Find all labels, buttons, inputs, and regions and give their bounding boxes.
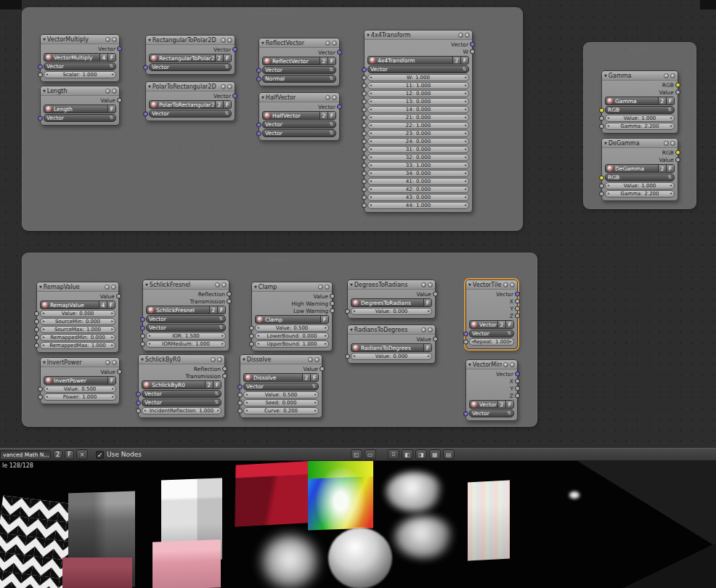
slider-right-arrow-icon[interactable]: ▸: [112, 73, 114, 77]
users-count-button[interactable]: 2: [658, 97, 666, 105]
input-slider[interactable]: ◂Value:0.500▸: [44, 385, 116, 393]
input-socket-value[interactable]: [237, 401, 243, 406]
nodegroup-selector[interactable]: RadiansToDegreesF: [351, 343, 432, 352]
fake-user-button[interactable]: F: [328, 57, 335, 65]
output-socket-value[interactable]: [227, 292, 232, 297]
use-nodes-checkbox[interactable]: ✓ Use Nodes: [96, 451, 142, 459]
nodegroup-selector[interactable]: DeGamma2F: [605, 164, 675, 173]
node-length[interactable]: ▼LengthValueLengthFVector⇅: [40, 86, 120, 126]
output-socket-value[interactable]: [515, 306, 520, 311]
node-header[interactable]: ▼InvertPower: [41, 358, 119, 367]
node-degamma[interactable]: ▼DeGammaRGBValueDeGamma2FRGB⇅◂Value:1.00…: [601, 138, 678, 201]
material-preview-icon[interactable]: [503, 362, 508, 367]
input-slider[interactable]: ◂32:0.000▸: [367, 154, 469, 161]
node-options-icon[interactable]: [332, 95, 337, 100]
input-socket-vector[interactable]: [463, 331, 468, 336]
slider-right-arrow-icon[interactable]: ▸: [465, 187, 467, 192]
node-header[interactable]: ▼DeGamma: [602, 139, 678, 148]
users-count-button[interactable]: 2: [215, 101, 223, 108]
fake-user-button[interactable]: F: [107, 377, 115, 384]
output-socket-vector[interactable]: [337, 105, 342, 110]
slider-right-arrow-icon[interactable]: ▸: [314, 393, 317, 397]
material-preview-icon[interactable]: [318, 285, 323, 290]
input-slider[interactable]: ◂Value:0.500▸: [243, 391, 319, 399]
input-menu[interactable]: Vector⇅: [262, 121, 336, 128]
input-socket-value[interactable]: [599, 116, 604, 121]
collapse-icon[interactable]: ▼: [39, 285, 42, 289]
slider-right-arrow-icon[interactable]: ▸: [465, 83, 467, 88]
output-socket-value[interactable]: [320, 367, 325, 372]
node-vectortile[interactable]: ▼VectorTileVectorXYZVector2FVector⇅◂Repe…: [465, 279, 518, 349]
input-slider[interactable]: ◂Value:1.000▸: [605, 115, 675, 122]
input-socket-value[interactable]: [140, 342, 145, 347]
fake-user-button[interactable]: F: [328, 112, 335, 119]
selector-name[interactable]: RadiansToDegrees: [361, 345, 423, 351]
node-header[interactable]: ▼VectorMirror: [466, 360, 517, 369]
selector-name[interactable]: Length: [54, 106, 107, 113]
input-socket-value[interactable]: [599, 124, 604, 129]
node-header[interactable]: ▼RemapValue: [37, 282, 118, 292]
input-socket-value[interactable]: [34, 327, 39, 332]
input-socket-vector[interactable]: [256, 122, 261, 127]
channels-icon[interactable]: ▤: [443, 449, 455, 460]
input-socket-vector[interactable]: [362, 67, 367, 72]
node-header[interactable]: ▼VectorMultiply: [41, 35, 119, 44]
input-socket-value[interactable]: [345, 354, 350, 359]
users-count-button[interactable]: 4: [99, 54, 107, 61]
selector-name[interactable]: ReflectVector: [272, 58, 320, 65]
input-socket-value[interactable]: [599, 184, 604, 189]
input-slider[interactable]: ◂IORMedium:1.000▸: [146, 340, 226, 348]
collapse-icon[interactable]: ▼: [141, 358, 144, 362]
fake-user-button[interactable]: F: [423, 299, 431, 306]
node-options-icon[interactable]: [314, 357, 320, 362]
input-slider[interactable]: ◂Value:1.000▸: [605, 182, 675, 189]
nodegroup-selector[interactable]: VectorMultiply4F: [44, 53, 116, 62]
input-socket-color[interactable]: [599, 175, 604, 180]
output-socket-color[interactable]: [675, 83, 680, 88]
input-socket-value[interactable]: [362, 83, 367, 89]
output-socket-value[interactable]: [515, 386, 520, 391]
snap-grid-icon[interactable]: ▦: [429, 449, 441, 460]
node-polartorectangular2d[interactable]: ▼PolarToRectangular2DVectorPolarToRectan…: [145, 81, 235, 121]
input-slider[interactable]: ◂43:0.000▸: [367, 194, 469, 201]
input-socket-vector[interactable]: [38, 64, 43, 69]
users-count-button[interactable]: 2: [658, 165, 666, 172]
selector-name[interactable]: 4x4Transform: [378, 57, 452, 64]
input-slider[interactable]: ◂Curve:0.200▸: [243, 407, 319, 415]
node-options-icon[interactable]: [217, 357, 222, 362]
output-socket-color[interactable]: [675, 150, 680, 155]
input-socket-value[interactable]: [362, 131, 367, 136]
selector-name[interactable]: VectorMultiply: [54, 54, 99, 61]
slider-right-arrow-icon[interactable]: ▸: [314, 409, 317, 413]
input-socket-value[interactable]: [362, 179, 367, 184]
input-socket-value[interactable]: [362, 171, 367, 176]
users-count-button[interactable]: 2: [320, 112, 328, 119]
input-slider[interactable]: ◂Repeat:1.000▸: [469, 338, 514, 346]
input-menu[interactable]: RGB⇅: [605, 106, 675, 114]
users-count-button[interactable]: 2: [320, 57, 328, 65]
input-socket-value[interactable]: [345, 309, 350, 314]
input-socket-vector[interactable]: [136, 391, 141, 396]
node-options-icon[interactable]: [111, 285, 116, 290]
nodegroup-selector[interactable]: SchlickFresnel2F: [146, 306, 226, 314]
input-slider[interactable]: ◂Value:0.000▸: [351, 308, 432, 315]
input-menu[interactable]: Vector⇅: [469, 409, 514, 417]
selector-name[interactable]: PolarToRectangular2D: [159, 102, 215, 108]
node-header[interactable]: ▼DegreesToRadians: [348, 280, 435, 290]
slider-right-arrow-icon[interactable]: ▸: [670, 124, 672, 128]
nodegroup-selector[interactable]: Gamma2F: [605, 97, 675, 105]
material-preview-icon[interactable]: [664, 141, 669, 146]
output-socket-vector[interactable]: [337, 50, 342, 55]
material-preview-icon[interactable]: [325, 95, 330, 100]
nodegroup-selector[interactable]: RemapValue4F: [40, 301, 115, 309]
output-socket-vector[interactable]: [470, 42, 475, 47]
users-count-button[interactable]: 2: [452, 57, 460, 64]
input-socket-vector[interactable]: [38, 115, 43, 121]
node-clamp[interactable]: ▼ClampValueHigh WarningLow WarningClampF…: [251, 282, 333, 351]
input-menu[interactable]: Vector⇅: [44, 62, 116, 70]
slider-right-arrow-icon[interactable]: ▸: [221, 334, 224, 338]
render-border-icon[interactable]: ▭: [365, 449, 376, 460]
output-socket-value[interactable]: [675, 90, 680, 95]
output-socket-value[interactable]: [330, 301, 335, 306]
input-menu[interactable]: Normal⇅: [262, 75, 336, 83]
